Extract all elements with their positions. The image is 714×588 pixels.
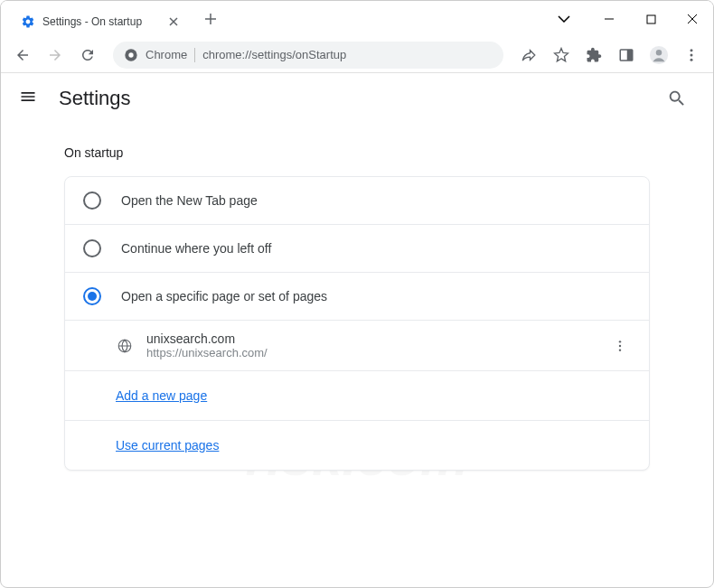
close-tab-button[interactable] — [167, 15, 180, 28]
svg-point-8 — [691, 53, 693, 56]
omnibox-separator — [194, 48, 195, 62]
address-bar[interactable]: Chrome chrome://settings/onStartup — [113, 42, 503, 69]
search-settings-button[interactable] — [659, 80, 695, 117]
profile-button[interactable] — [644, 41, 673, 70]
page-name: unixsearch.com — [146, 331, 597, 346]
chrome-logo-icon — [124, 48, 138, 62]
svg-point-2 — [128, 52, 133, 57]
back-button[interactable] — [8, 41, 37, 70]
radio-button[interactable] — [83, 239, 101, 257]
omnibox-url: chrome://settings/onStartup — [202, 48, 346, 61]
arrow-right-icon — [47, 47, 63, 63]
gear-icon — [21, 14, 35, 29]
bookmark-button[interactable] — [547, 41, 576, 70]
extensions-button[interactable] — [579, 41, 608, 70]
radio-button[interactable] — [83, 287, 101, 305]
settings-content: On startup Open the New Tab page Continu… — [1, 124, 713, 492]
star-icon — [553, 47, 569, 63]
menu-toggle-button[interactable] — [19, 88, 41, 109]
svg-point-11 — [619, 341, 621, 342]
use-current-link[interactable]: Use current pages — [116, 438, 219, 453]
tab-search-button[interactable] — [543, 1, 585, 37]
svg-point-13 — [619, 349, 621, 350]
close-icon — [169, 17, 178, 26]
maximize-button[interactable] — [630, 1, 672, 37]
panel-icon — [618, 47, 634, 63]
browser-tab[interactable]: Settings - On startup — [10, 6, 191, 37]
forward-button[interactable] — [41, 41, 70, 70]
globe-icon — [116, 337, 134, 355]
option-label: Continue where you left off — [121, 241, 271, 256]
option-label: Open the New Tab page — [121, 193, 258, 208]
option-label: Open a specific page or set of pages — [121, 289, 327, 303]
close-window-button[interactable] — [672, 1, 713, 37]
window-titlebar: Settings - On startup — [1, 1, 713, 37]
minimize-icon — [604, 14, 615, 24]
omnibox-prefix: Chrome — [146, 48, 187, 61]
option-continue[interactable]: Continue where you left off — [65, 224, 649, 272]
svg-point-12 — [619, 344, 621, 346]
puzzle-icon — [586, 47, 602, 63]
side-panel-button[interactable] — [612, 41, 641, 70]
share-button[interactable] — [514, 41, 543, 70]
minimize-button[interactable] — [588, 1, 630, 37]
startup-card: Open the New Tab page Continue where you… — [64, 176, 650, 471]
svg-rect-0 — [647, 15, 655, 23]
share-icon — [521, 47, 537, 63]
dots-vertical-icon — [613, 339, 627, 353]
search-icon — [667, 89, 687, 108]
settings-header: Settings — [1, 73, 713, 124]
svg-point-9 — [691, 58, 693, 61]
page-title: Settings — [59, 87, 131, 110]
svg-rect-4 — [627, 50, 633, 61]
add-page-row: Add a new page — [65, 370, 649, 420]
startup-page-item: unixsearch.com https://unixsearch.com/ — [65, 320, 649, 370]
radio-button[interactable] — [83, 191, 101, 210]
option-specific-pages[interactable]: Open a specific page or set of pages — [65, 272, 649, 320]
close-icon — [687, 14, 698, 24]
dots-vertical-icon — [683, 47, 700, 63]
reload-icon — [80, 47, 96, 63]
plus-icon — [204, 13, 217, 25]
use-current-row: Use current pages — [65, 420, 649, 470]
page-url: https://unixsearch.com/ — [146, 346, 597, 359]
hamburger-icon — [19, 88, 37, 106]
section-title: On startup — [64, 145, 650, 160]
tab-title: Settings - On startup — [42, 15, 142, 28]
reload-button[interactable] — [73, 41, 102, 70]
chevron-down-icon — [558, 15, 570, 23]
svg-point-7 — [691, 49, 693, 51]
profile-icon — [649, 45, 669, 65]
option-new-tab[interactable]: Open the New Tab page — [65, 177, 649, 224]
maximize-icon — [646, 14, 656, 24]
add-page-link[interactable]: Add a new page — [116, 388, 207, 403]
svg-point-6 — [656, 50, 662, 55]
browser-toolbar: Chrome chrome://settings/onStartup — [1, 37, 713, 73]
menu-button[interactable] — [677, 41, 706, 70]
arrow-left-icon — [14, 47, 31, 63]
new-tab-button[interactable] — [198, 6, 223, 32]
page-more-button[interactable] — [609, 335, 631, 357]
